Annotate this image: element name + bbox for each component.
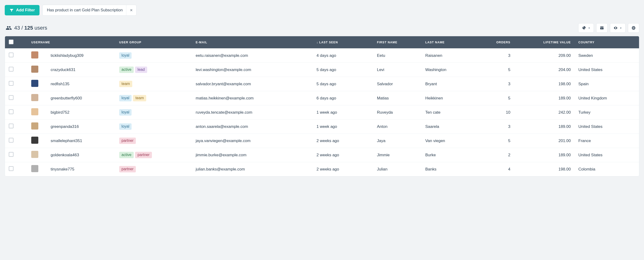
table-row[interactable]: ticklishladybug309loyaleetu.raisanen@exa… (5, 49, 639, 63)
chevron-down-icon: ▼ (620, 27, 622, 29)
cell-last-name: Burke (422, 148, 474, 162)
table-row[interactable]: goldenkoala463activepartnerjimmie.burke@… (5, 148, 639, 162)
table-row[interactable]: crazyduck631activeleadlevi.washington@ex… (5, 63, 639, 77)
row-checkbox[interactable] (9, 109, 14, 114)
cell-last-name: Saarela (422, 120, 474, 134)
cell-user-group: partner (116, 162, 192, 176)
cell-last-name: Washington (422, 63, 474, 77)
cell-orders: 5 (474, 63, 514, 77)
cell-username: tinysnake775 (47, 162, 115, 176)
sort-desc-icon: ↓ (316, 41, 318, 44)
col-orders[interactable]: ORDERS (474, 36, 514, 49)
cell-last-name: Bryant (422, 77, 474, 91)
cell-username: goldenkoala463 (47, 148, 115, 162)
row-checkbox[interactable] (9, 53, 14, 57)
table-actions: ▼ ▼ (578, 23, 639, 33)
export-button[interactable] (596, 23, 608, 33)
table-row[interactable]: bigbird752loyalruveyda.tencate@example.c… (5, 105, 639, 120)
close-icon (130, 9, 133, 12)
cell-orders: 3 (474, 49, 514, 63)
cell-orders: 5 (474, 134, 514, 148)
cell-country: United Kingdom (575, 91, 639, 105)
filter-chip-remove[interactable] (126, 5, 136, 16)
user-group-tag: loyal (119, 123, 132, 130)
table-row[interactable]: tinysnake775partnerjulian.banks@example.… (5, 162, 639, 176)
col-user-group[interactable]: USER GROUP (116, 36, 192, 49)
region-button[interactable] (628, 23, 639, 33)
cell-last-name: Ten cate (422, 105, 474, 120)
cell-country: Turkey (575, 105, 639, 120)
cell-last-seen: 5 days ago (313, 63, 373, 77)
cell-lifetime-value: 209.00 (514, 49, 574, 63)
cell-first-name: Jaya (373, 134, 421, 148)
total-count: 125 (24, 25, 33, 31)
col-country[interactable]: COUNTRY (575, 36, 639, 49)
cell-user-group: loyal (116, 120, 192, 134)
avatar (31, 51, 38, 59)
cell-email: jimmie.burke@example.com (192, 148, 313, 162)
cell-first-name: Ruveyda (373, 105, 421, 120)
col-username[interactable]: USERNAME (28, 36, 115, 49)
row-checkbox[interactable] (9, 124, 14, 128)
avatar (31, 66, 38, 73)
user-group-tag: lead (135, 67, 147, 73)
cell-first-name: Jimmie (373, 148, 421, 162)
row-checkbox[interactable] (9, 138, 14, 143)
cell-country: United States (575, 148, 639, 162)
user-group-tag: partner (119, 166, 136, 172)
cell-first-name: Salvador (373, 77, 421, 91)
user-group-tag: team (133, 95, 146, 101)
table-row[interactable]: greenbutterfly600loyalteammatias.heikkin… (5, 91, 639, 105)
cell-orders: 10 (474, 105, 514, 120)
cell-first-name: Anton (373, 120, 421, 134)
users-table: USERNAME USER GROUP E-MAIL ↓LAST SEEN FI… (5, 36, 639, 176)
filter-chip-label: Has product in cart Gold Plan Subscripti… (47, 8, 122, 13)
cell-username: bigbird752 (47, 105, 115, 120)
cell-last-seen: 1 week ago (313, 120, 373, 134)
cell-last-seen: 1 week ago (313, 105, 373, 120)
cell-user-group: team (116, 77, 192, 91)
filter-chip[interactable]: Has product in cart Gold Plan Subscripti… (42, 5, 136, 16)
row-checkbox[interactable] (9, 95, 14, 100)
cell-country: United States (575, 63, 639, 77)
cell-first-name: Levi (373, 63, 421, 77)
cell-country: Sweden (575, 49, 639, 63)
users-label: users (34, 25, 47, 31)
visibility-button[interactable]: ▼ (610, 23, 626, 33)
cell-user-group: loyalteam (116, 91, 192, 105)
chart-button[interactable]: ▼ (578, 23, 594, 33)
cell-user-group: activepartner (116, 148, 192, 162)
user-group-tag: partner (119, 138, 136, 144)
cell-last-seen: 5 days ago (313, 77, 373, 91)
col-email[interactable]: E-MAIL (192, 36, 313, 49)
filtered-count: 43 (14, 25, 20, 31)
eye-icon (614, 26, 618, 30)
table-row[interactable]: smallelephant351partnerjaya.vanviegen@ex… (5, 134, 639, 148)
row-checkbox[interactable] (9, 152, 14, 157)
col-lifetime-value[interactable]: LIFETIME VALUE (514, 36, 574, 49)
cell-first-name: Julian (373, 162, 421, 176)
cell-email: jaya.vanviegen@example.com (192, 134, 313, 148)
row-checkbox[interactable] (9, 166, 14, 171)
row-checkbox[interactable] (9, 81, 14, 86)
col-first-name[interactable]: FIRST NAME (373, 36, 421, 49)
cell-email: levi.washington@example.com (192, 63, 313, 77)
cell-user-group: loyal (116, 49, 192, 63)
table-row[interactable]: redfish135teamsalvador.bryant@example.co… (5, 77, 639, 91)
col-last-seen[interactable]: ↓LAST SEEN (313, 36, 373, 49)
col-last-name[interactable]: LAST NAME (422, 36, 474, 49)
globe-icon (632, 26, 636, 30)
add-filter-button[interactable]: Add Filter (5, 5, 40, 16)
cell-user-group: partner (116, 134, 192, 148)
row-checkbox[interactable] (9, 67, 14, 72)
cell-country: Spain (575, 77, 639, 91)
select-all-checkbox[interactable] (9, 40, 14, 44)
cell-last-seen: 4 days ago (313, 49, 373, 63)
cell-username: redfish135 (47, 77, 115, 91)
cell-username: greenbutterfly600 (47, 91, 115, 105)
cell-email: matias.heikkinen@example.com (192, 91, 313, 105)
cell-email: eetu.raisanen@example.com (192, 49, 313, 63)
cell-first-name: Eetu (373, 49, 421, 63)
table-row[interactable]: greenpanda316loyalanton.saarela@example.… (5, 120, 639, 134)
cell-lifetime-value: 198.00 (514, 77, 574, 91)
